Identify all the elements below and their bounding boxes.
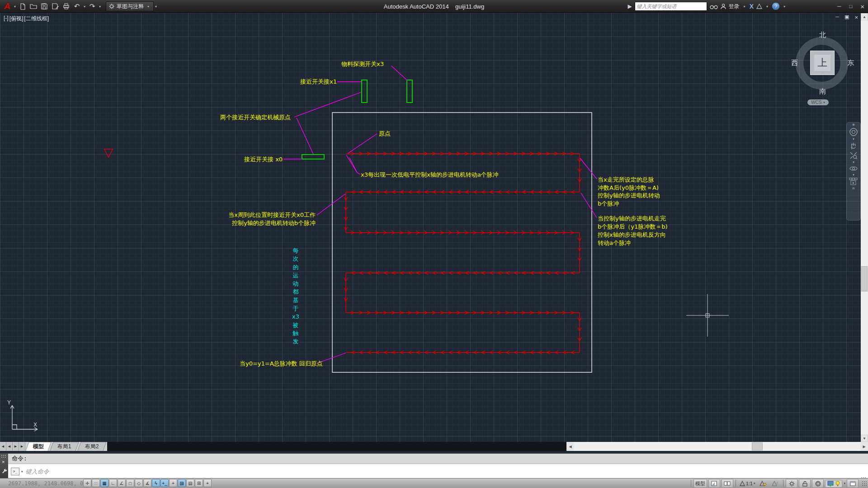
search-input[interactable] (635, 2, 707, 11)
viewcube-west[interactable]: 西 (791, 59, 798, 67)
pan-button[interactable] (849, 142, 859, 150)
statusbar-toggle-selection-cycling[interactable]: ⊞ (195, 479, 203, 487)
statusbar-toggle-polar-tracking[interactable]: ∠ (118, 479, 126, 487)
annotation-autoscale-button[interactable] (770, 479, 781, 488)
resize-grip-icon[interactable] (862, 481, 867, 486)
wcs-dropdown[interactable]: WCS ▾ (807, 99, 829, 105)
statusbar-toggle-object-snap-tracking[interactable]: ∡ (143, 479, 151, 487)
viewcube-south[interactable]: 南 (819, 87, 826, 96)
tab-model[interactable]: 模型 (25, 442, 51, 451)
statusbar-toggle-ortho-mode[interactable]: ∟ (109, 479, 117, 487)
orbit-button[interactable] (849, 165, 859, 172)
steering-wheel-button[interactable] (849, 127, 859, 136)
exchange-apps-icon[interactable] (756, 4, 762, 9)
tab-next-button[interactable]: ▶ (13, 442, 19, 451)
tab-prev-button[interactable]: ◀ (6, 442, 13, 451)
model-space-canvas[interactable] (0, 13, 861, 442)
drawing-restore-button[interactable]: ▣ (844, 14, 849, 21)
command-input[interactable] (25, 468, 208, 475)
login-link[interactable]: 登录 (729, 3, 740, 10)
undo-caret-icon[interactable]: ▾ (84, 5, 85, 9)
qat-options-icon[interactable]: ▾ (155, 5, 157, 9)
command-options-icon[interactable]: >_ (11, 468, 19, 475)
wrench-icon[interactable] (1, 468, 7, 474)
orbit-caret-icon[interactable]: ▾ (853, 174, 854, 176)
wheel-caret-icon[interactable]: ▾ (853, 138, 854, 141)
clean-screen-button[interactable] (847, 479, 859, 488)
performance-button[interactable] (812, 479, 824, 488)
horizontal-scroll-thumb[interactable] (752, 442, 763, 450)
vertical-scroll-thumb[interactable] (861, 266, 868, 291)
command-window-handle[interactable]: × (0, 454, 8, 479)
logo-caret-icon[interactable]: ▾ (14, 5, 16, 9)
statusbar-toggle-dynamic-input[interactable]: +_ (160, 479, 169, 487)
statusbar-toggle-annotation-monitor[interactable]: + (203, 479, 212, 487)
autocad-logo-icon[interactable]: A (2, 1, 13, 11)
redo-button[interactable]: ↷ (87, 1, 97, 11)
help-caret-icon[interactable]: ▾ (783, 5, 785, 9)
quickview-layouts-button[interactable] (708, 479, 720, 488)
statusbar-toggle-3d-object-snap[interactable]: ◇ (135, 479, 143, 487)
statusbar-toggle-grid-display[interactable]: ▦ (100, 479, 108, 487)
model-space-button[interactable]: 模型 (693, 479, 707, 488)
tab-layout2[interactable]: 布局2 (77, 442, 106, 451)
command-close-icon[interactable]: × (2, 460, 5, 465)
scroll-left-icon[interactable]: ◀ (566, 442, 574, 451)
plot-button[interactable] (61, 1, 71, 11)
drawing-minimize-button[interactable]: ─ (835, 14, 839, 21)
undo-button[interactable]: ↶ (72, 1, 82, 11)
workspace-switch-button[interactable] (786, 479, 797, 488)
save-as-button[interactable] (50, 1, 60, 11)
statusbar-toggle-object-snap[interactable]: □ (126, 479, 134, 487)
annotation-visibility-button[interactable] (758, 479, 769, 488)
drawing-status-icon[interactable] (827, 481, 834, 487)
vertical-scrollbar[interactable]: ▲ ▼ (861, 13, 868, 442)
app-maximize-button[interactable]: □ (849, 4, 853, 9)
navbar-menu-icon[interactable]: ⊖ (852, 187, 855, 190)
workspace-dropdown[interactable]: 草图与注释 ▾ (106, 1, 154, 11)
tab-first-button[interactable]: ◀ (0, 442, 6, 451)
redo-caret-icon[interactable]: ▾ (99, 5, 101, 9)
app-close-button[interactable]: × (860, 3, 864, 10)
viewport-menu-button[interactable]: [-] (4, 15, 9, 23)
tab-layout1[interactable]: 布局1 (50, 442, 79, 451)
tray-caret-icon[interactable]: ▾ (844, 482, 845, 485)
viewcube-east[interactable]: 东 (847, 59, 854, 67)
statusbar-toggle-quick-properties[interactable]: ▤ (186, 479, 194, 487)
app-minimize-button[interactable]: ─ (837, 3, 841, 9)
scroll-right-icon[interactable]: ▶ (860, 442, 868, 451)
infocenter-collapse-icon[interactable]: ▶ (627, 3, 632, 9)
zoom-button[interactable] (849, 151, 859, 160)
open-file-button[interactable] (28, 1, 38, 11)
visual-style-button[interactable]: [二维线框] (24, 15, 49, 23)
statusbar-toggle-dynamic-ucs[interactable]: ϟ (152, 479, 160, 487)
statusbar-toggle-transparency[interactable]: ▨ (178, 479, 186, 487)
login-caret-icon[interactable]: ▾ (744, 5, 745, 9)
command-caret-icon[interactable]: ▾ (21, 470, 23, 474)
statusbar-toggle-snap-mode[interactable]: ∷ (92, 479, 100, 487)
showmotion-button[interactable] (849, 178, 859, 186)
zoom-caret-icon[interactable]: ▾ (853, 161, 854, 164)
statusbar-toggle-infer-constraints[interactable]: ✛ (83, 479, 91, 487)
status-tray (825, 480, 842, 488)
new-file-button[interactable] (18, 1, 28, 11)
view-orientation-button[interactable]: [俯视] (9, 15, 24, 23)
viewcube-top-face[interactable]: 上 (810, 51, 835, 75)
tray-bulb-icon[interactable] (835, 481, 840, 487)
save-button[interactable] (39, 1, 49, 11)
help-icon[interactable]: ? (772, 3, 779, 10)
scroll-down-icon[interactable]: ▼ (861, 435, 868, 442)
quickview-drawings-button[interactable] (722, 479, 733, 488)
annotation-scale-button[interactable]: 1:1 ▾ (738, 479, 757, 488)
viewcube-north[interactable]: 北 (819, 31, 826, 39)
exchange-icon[interactable]: X (750, 3, 754, 10)
navbar-close-icon[interactable]: ⊗ (852, 123, 855, 126)
search-binoculars-icon[interactable] (710, 4, 718, 9)
statusbar-toggle-lineweight[interactable]: + (169, 479, 177, 487)
lock-button[interactable] (799, 479, 811, 488)
horizontal-scrollbar[interactable]: ◀ ▶ (566, 442, 868, 451)
drawing-close-button[interactable]: × (854, 14, 858, 21)
scroll-up-icon[interactable]: ▲ (861, 13, 868, 20)
tab-last-button[interactable]: ▶ (19, 442, 25, 451)
apps-caret-icon[interactable]: ▾ (766, 5, 768, 9)
